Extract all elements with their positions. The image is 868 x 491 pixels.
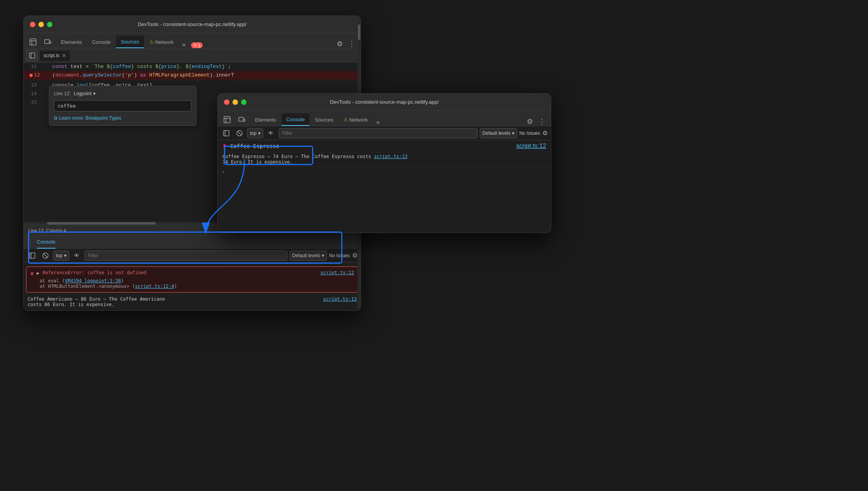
window-title-front: DevTools - consistent-source-map-pc.netl… (330, 99, 439, 105)
logpoint-input[interactable] (54, 100, 191, 111)
svg-rect-11 (224, 117, 230, 123)
error-script-link[interactable]: script.ts:12 (320, 270, 354, 275)
svg-rect-7 (30, 253, 35, 258)
console-section-back: ⋮ Console top (24, 236, 361, 310)
console-eye-icon[interactable]: 👁 (71, 250, 82, 261)
console-eye-icon-front[interactable]: 👁 (266, 128, 276, 139)
devtools-window-front: DevTools - consistent-source-map-pc.netl… (217, 93, 551, 233)
close-button-front[interactable] (224, 99, 229, 105)
default-levels-front[interactable]: Default levels ▾ (480, 128, 517, 138)
coffee-ts13-link[interactable]: script.ts:13 (374, 154, 408, 159)
code-line-11: 11 const text = `The ${coffee} costs ${p… (24, 63, 361, 71)
logpoint-type-select[interactable]: Logpoint ▾ (74, 91, 95, 96)
tab-more-back[interactable]: » (179, 41, 189, 48)
maximize-button-front[interactable] (241, 99, 247, 105)
script-ts-link[interactable]: script.ts:12:4 (135, 284, 174, 289)
dropdown-icon-top: ▾ (64, 253, 66, 258)
tab-elements-back[interactable]: Elements (56, 36, 87, 48)
devtools-tabs-front: Elements Console Sources ⚠ Network » ⚙ ⋮ (218, 111, 551, 126)
tab-elements-front[interactable]: Elements (250, 113, 281, 126)
coffee-icon: ❥ (222, 143, 227, 149)
top-selector-front[interactable]: top ▾ (247, 128, 263, 138)
tab-sources-back[interactable]: Sources (116, 36, 144, 48)
console-sidebar-toggle[interactable] (27, 250, 38, 261)
vm-link[interactable]: VM4394 logpoint:1:38 (65, 278, 121, 284)
logpoint-header: Line 12: Logpoint ▾ (54, 91, 191, 96)
tab-network-front[interactable]: ⚠ Network (339, 113, 373, 126)
settings-icon-back[interactable]: ⚙ (334, 40, 345, 48)
expand-row: › (218, 167, 551, 177)
error-expand-icon[interactable]: ▶ (36, 270, 39, 276)
window-controls-back (30, 22, 52, 27)
warning-icon-back: ⚠ (149, 39, 154, 45)
more-icon-front[interactable]: ⋮ (536, 117, 548, 126)
dropdown-icon-levels-front: ▾ (512, 131, 514, 136)
default-levels-back[interactable]: Default levels ▾ (290, 251, 327, 261)
settings-icon-front[interactable]: ⚙ (524, 117, 535, 126)
console-settings-icon-back[interactable]: ⚙ (352, 252, 358, 259)
coffee-espresso-row: ❥ Coffee Espresso script.ts:12 (218, 140, 551, 152)
console-header-back: ⋮ Console (24, 236, 361, 249)
titlebar-back: DevTools - consistent-source-map-pc.netl… (24, 16, 361, 33)
scrollbar-thumb-back (358, 24, 360, 40)
console-settings-icon-front[interactable]: ⚙ (542, 129, 548, 137)
window-title-back: DevTools - consistent-source-map-pc.netl… (138, 21, 247, 27)
americano-link[interactable]: script.ts:13 (323, 296, 357, 307)
titlebar-front: DevTools - consistent-source-map-pc.netl… (218, 94, 551, 111)
error-circle-icon: ✕ (193, 43, 197, 48)
window-controls-front (224, 99, 247, 105)
responsive-icon[interactable] (42, 36, 54, 48)
svg-line-10 (43, 254, 47, 258)
console-ban-icon-front[interactable] (234, 128, 245, 139)
coffee-espresso-log: Coffee Espresso – 74 Euro – The Coffee E… (218, 152, 551, 167)
tab-console-front[interactable]: Console (281, 113, 309, 126)
dropdown-icon: ▾ (93, 91, 95, 96)
expand-icon[interactable]: › (222, 169, 224, 175)
error-msg-line: ⊗ ▶ ReferenceError: coffee is not define… (30, 270, 354, 277)
warning-icon-front: ⚠ (344, 117, 348, 122)
console-ban-icon[interactable] (40, 250, 51, 261)
svg-rect-16 (224, 131, 229, 136)
dropdown-icon-top-front: ▾ (258, 131, 260, 136)
maximize-button[interactable] (47, 22, 52, 27)
filter-input-front[interactable] (279, 128, 477, 138)
svg-line-19 (238, 131, 241, 135)
tab-network-back[interactable]: ⚠ Network (145, 36, 179, 48)
scrollbar-thumb-h (47, 222, 156, 225)
issues-badge-back[interactable]: ✕ 1 (191, 42, 203, 48)
file-tab-close[interactable]: ✕ (62, 53, 66, 58)
minimize-button[interactable] (38, 22, 44, 27)
console-messages-front: ❥ Coffee Espresso script.ts:12 Coffee Es… (218, 140, 551, 210)
svg-rect-15 (243, 119, 245, 121)
error-message: ⊗ ▶ ReferenceError: coffee is not define… (26, 266, 358, 293)
svg-rect-0 (30, 39, 36, 45)
console-dots-icon[interactable]: ⋮ (27, 238, 34, 247)
code-line-12: 12 (document.querySelector('p') as HTMLP… (24, 71, 361, 80)
devtools-icon-front[interactable] (221, 113, 233, 126)
console-sidebar-toggle-front[interactable] (221, 128, 232, 139)
error-text: ReferenceError: coffee is not defined (43, 270, 318, 275)
tab-sources-front[interactable]: Sources (310, 113, 338, 126)
responsive-icon-front[interactable] (236, 113, 248, 126)
more-icon-back[interactable]: ⋮ (346, 40, 358, 48)
sidebar-toggle[interactable] (27, 50, 38, 61)
top-selector-back[interactable]: top ▾ (53, 251, 69, 261)
console-toolbar-back: top ▾ 👁 Default levels ▾ No Issues ⚙ (24, 249, 361, 263)
coffee-espresso-text: Coffee Espresso (230, 143, 513, 149)
svg-rect-14 (239, 117, 243, 121)
devtools-tabs-back: Elements Console Sources ⚠ Network » ✕ 1… (24, 33, 361, 49)
minimize-button-front[interactable] (233, 99, 238, 105)
tab-console-back[interactable]: Console (87, 36, 115, 48)
close-button[interactable] (30, 22, 35, 27)
devtools-icon[interactable] (27, 36, 39, 48)
svg-rect-5 (30, 53, 35, 58)
dropdown-icon-levels: ▾ (322, 253, 324, 258)
file-tab-script[interactable]: script.ts ✕ (39, 50, 71, 61)
learn-more-link[interactable]: ⧉ Learn more: Breakpoint Types (54, 115, 191, 121)
filter-input-back[interactable] (85, 251, 287, 261)
coffee-espresso-link[interactable]: script.ts:12 (516, 143, 546, 150)
error-stack: at eval (VM4394 logpoint:1:38) at HTMLBu… (30, 278, 354, 289)
tab-more-front[interactable]: » (373, 119, 383, 126)
svg-rect-3 (45, 40, 49, 44)
file-tabs: script.ts ✕ (24, 49, 361, 63)
